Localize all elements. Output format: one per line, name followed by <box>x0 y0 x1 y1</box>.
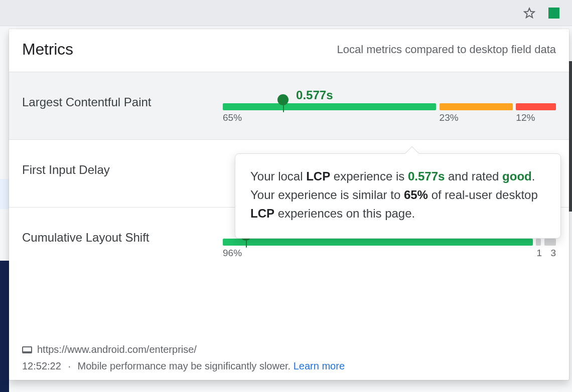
web-vitals-popup: Metrics Local metrics compared to deskto… <box>9 29 569 380</box>
footer-warning: Mobile performance may be significantly … <box>78 360 291 371</box>
tooltip-metric-abbr: LCP <box>250 207 274 220</box>
bg-stripe <box>0 179 9 209</box>
profile-avatar[interactable] <box>545 4 563 22</box>
metric-local-value: 0.577s <box>296 88 333 102</box>
tooltip-metric-abbr: LCP <box>306 169 330 183</box>
tooltip-text: of real-user desktop <box>428 188 538 202</box>
marker-dot-icon <box>277 94 289 105</box>
popup-subtitle: Local metrics compared to desktop field … <box>337 43 556 56</box>
segment-good <box>223 103 436 110</box>
separator-dot-icon <box>64 360 75 371</box>
segment-label: 12% <box>516 112 535 123</box>
popup-footer: https://www.android.com/enterprise/ 12:5… <box>9 338 569 380</box>
popup-header: Metrics Local metrics compared to deskto… <box>9 29 569 72</box>
tooltip-text: experiences on this page. <box>274 207 415 220</box>
segment-label: 3 <box>550 248 556 259</box>
laptop-icon <box>22 346 32 353</box>
segment-label: 96% <box>223 248 242 259</box>
metric-distribution-lcp: 65% 23% 12% 0.577s <box>223 87 556 122</box>
segment-poor <box>516 103 556 110</box>
avatar-color-swatch <box>548 8 559 19</box>
segment-label: 1 <box>536 248 542 259</box>
bookmark-star-icon[interactable] <box>523 7 536 20</box>
learn-more-link[interactable]: Learn more <box>294 360 345 371</box>
tooltip-percent: 65% <box>404 188 428 202</box>
metric-name: Cumulative Layout Shift <box>22 223 223 245</box>
bg-stripe <box>569 61 572 212</box>
tooltip-rating: good <box>502 169 532 183</box>
tooltip-value: 0.577s <box>408 169 445 183</box>
page-url: https://www.android.com/enterprise/ <box>37 344 197 355</box>
bg-stripe <box>0 261 9 392</box>
segment-label: 65% <box>223 112 242 123</box>
metric-row-lcp[interactable]: Largest Contentful Paint 65% 23% 12% 0.5… <box>9 72 569 140</box>
segment-poor <box>544 239 556 246</box>
tooltip-text: and rated <box>445 169 502 183</box>
segment-needs-improvement <box>536 239 541 246</box>
metric-tooltip: Your local LCP experience is 0.577s and … <box>235 153 561 239</box>
tooltip-text: experience is <box>330 169 408 183</box>
tooltip-text: Your local <box>250 169 306 183</box>
timestamp: 12:52:22 <box>22 360 61 371</box>
segment-label: 23% <box>440 112 459 123</box>
metric-name: First Input Delay <box>22 155 223 177</box>
metric-name: Largest Contentful Paint <box>22 87 223 109</box>
svg-marker-0 <box>524 8 534 18</box>
popup-title: Metrics <box>22 40 73 59</box>
segment-good <box>223 239 533 246</box>
browser-toolbar <box>0 0 572 26</box>
segment-needs-improvement <box>440 103 513 110</box>
